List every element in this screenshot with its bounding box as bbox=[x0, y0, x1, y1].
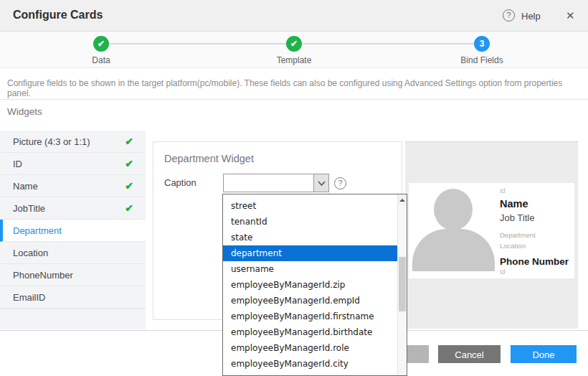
sidebar-item-label: Department bbox=[13, 225, 62, 236]
step-connector bbox=[109, 43, 286, 44]
sidebar-item-jobtitle[interactable]: JobTitle ✔ bbox=[0, 197, 146, 220]
sidebar-item-emailid[interactable]: EmailID ✔ bbox=[0, 286, 146, 309]
dropdown-item[interactable]: tenantId bbox=[223, 214, 397, 230]
caption-dropdown-list: street tenantId state department usernam… bbox=[222, 194, 407, 376]
sidebar-item-phonenumber[interactable]: PhoneNumber ✔ bbox=[0, 264, 146, 286]
sidebar-item-label: EmailID bbox=[13, 292, 46, 303]
dropdown-item[interactable]: employeeByManagerId.jobTitle bbox=[223, 372, 397, 375]
card-job-title: Job Title bbox=[500, 212, 572, 223]
scroll-up-icon[interactable] bbox=[398, 194, 407, 205]
done-button[interactable]: Done bbox=[511, 345, 577, 363]
step-circle-bind-fields[interactable]: 3 bbox=[474, 36, 490, 52]
dropdown-item[interactable]: employeeByManagerId.firstname bbox=[223, 309, 397, 324]
dropdown-item[interactable]: employeeByManagerId.birthdate bbox=[223, 324, 397, 340]
avatar-head bbox=[434, 189, 473, 230]
help-icon[interactable]: ? bbox=[503, 9, 515, 22]
sidebar-item-label: PhoneNumber bbox=[13, 270, 73, 281]
card-phone-number: Phone Number bbox=[500, 256, 572, 267]
dropdown-item[interactable]: employeeByManagerId.empId bbox=[223, 293, 397, 309]
dropdown-item[interactable]: username bbox=[223, 261, 397, 277]
check-icon: ✔ bbox=[125, 180, 133, 192]
sidebar-item-name[interactable]: Name ✔ bbox=[0, 175, 146, 197]
description-text: Configure fields to be shown in the targ… bbox=[7, 78, 588, 98]
card-name: Name bbox=[500, 198, 572, 210]
dropdown-scrollbar[interactable] bbox=[397, 194, 407, 375]
chevron-down-icon[interactable] bbox=[313, 174, 328, 192]
dropdown-item[interactable]: department bbox=[223, 245, 397, 261]
sidebar-item-label: ID bbox=[13, 159, 22, 169]
sidebar-item-location[interactable]: Location ✔ bbox=[0, 242, 146, 264]
step-connector bbox=[302, 43, 474, 44]
card-department: Department bbox=[500, 231, 572, 239]
dialog-header: Configure Cards ? Help ✕ bbox=[0, 0, 588, 32]
dropdown-item[interactable]: state bbox=[223, 230, 397, 245]
step-label-data: Data bbox=[92, 55, 110, 65]
card-text-block: Id Name Job Title Department Location Ph… bbox=[500, 186, 572, 276]
avatar bbox=[412, 187, 495, 271]
cancel-button[interactable]: Cancel bbox=[438, 345, 501, 363]
caption-select[interactable] bbox=[223, 174, 329, 192]
sidebar-item-label: JobTitle bbox=[13, 203, 45, 214]
dropdown-item[interactable]: street bbox=[223, 198, 397, 214]
panel-title: Department Widget bbox=[164, 153, 254, 164]
configure-cards-dialog: Configure Cards ? Help ✕ ✔ ✔ 3 Data Temp… bbox=[0, 0, 588, 376]
check-icon: ✔ bbox=[125, 136, 133, 147]
dropdown-item[interactable]: employeeByManagerId.city bbox=[223, 356, 397, 372]
sidebar-item-picture[interactable]: Picture (4:3 or 1:1) ✔ bbox=[0, 131, 146, 153]
card-location: Location bbox=[500, 242, 572, 250]
preview-card: Id Name Job Title Department Location Ph… bbox=[409, 183, 574, 278]
scrollbar-thumb[interactable] bbox=[399, 257, 406, 311]
check-icon: ✔ bbox=[125, 158, 133, 169]
step-label-bind-fields: Bind Fields bbox=[460, 55, 503, 65]
step-label-template: Template bbox=[277, 55, 312, 65]
dropdown-item[interactable]: employeeByManagerId.zip bbox=[223, 277, 397, 293]
check-icon: ✔ bbox=[125, 202, 133, 214]
close-icon[interactable]: ✕ bbox=[566, 9, 575, 22]
description-bar: Configure fields to be shown in the targ… bbox=[0, 68, 588, 100]
page-title: Configure Cards bbox=[13, 9, 103, 22]
step-circle-data[interactable]: ✔ bbox=[93, 36, 109, 52]
card-id-top: Id bbox=[500, 187, 572, 194]
card-preview-panel: Id Name Job Title Department Location Ph… bbox=[405, 141, 578, 329]
step-circle-template[interactable]: ✔ bbox=[286, 36, 302, 52]
wizard-stepper: ✔ ✔ 3 Data Template Bind Fields bbox=[0, 32, 588, 68]
caption-help-icon[interactable]: ? bbox=[334, 177, 346, 189]
help-button[interactable]: Help bbox=[521, 11, 541, 22]
sidebar-item-label: Picture (4:3 or 1:1) bbox=[13, 136, 90, 147]
avatar-shoulders bbox=[412, 229, 495, 271]
widgets-heading: Widgets bbox=[7, 106, 42, 117]
sidebar-item-label: Location bbox=[13, 248, 48, 258]
sidebar-item-id[interactable]: ID ✔ bbox=[0, 153, 146, 175]
card-id-bottom: Id bbox=[500, 268, 572, 276]
sidebar-item-department[interactable]: Department ✔ bbox=[0, 220, 146, 242]
sidebar-item-label: Name bbox=[13, 181, 38, 192]
dropdown-item[interactable]: employeeByManagerId.role bbox=[223, 340, 397, 356]
sidebar-filler bbox=[0, 309, 146, 329]
caption-label: Caption bbox=[164, 177, 196, 188]
dropdown-items: street tenantId state department usernam… bbox=[223, 194, 397, 375]
